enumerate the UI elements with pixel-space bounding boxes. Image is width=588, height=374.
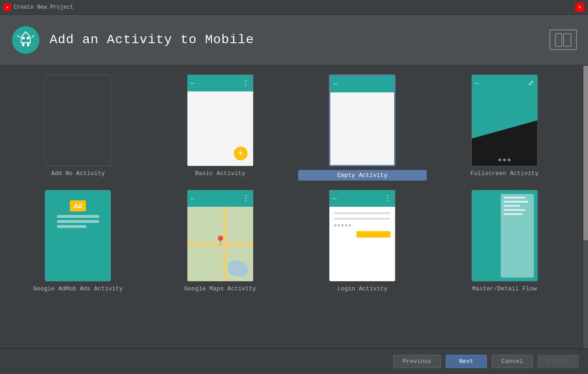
finish-button: Finish <box>537 355 579 368</box>
basic-activity-thumbnail: ← ⋮ + <box>187 74 254 166</box>
maps-body: 📍 <box>187 207 253 281</box>
maps-toolbar: ← ⋮ <box>187 190 253 207</box>
page-title: Add an Activity to Mobile <box>50 33 254 47</box>
master-right-panel <box>501 194 533 278</box>
login-body <box>329 207 395 243</box>
pwd-dot-1 <box>334 224 336 227</box>
admob-inner: Ad <box>48 193 108 278</box>
android-logo <box>11 25 40 55</box>
activity-grid: Add No Activity ← ⋮ + <box>14 74 569 292</box>
maps-label: Google Maps Activity <box>184 285 256 292</box>
title-bar: ✦ Create New Project ✕ <box>0 0 588 15</box>
pwd-dot-4 <box>345 224 347 227</box>
back-icon-empty: ← <box>334 80 338 88</box>
expand-icon: ⤢ <box>528 79 534 88</box>
maps-mockup: ← ⋮ 📍 <box>187 190 253 281</box>
previous-button[interactable]: Previous <box>393 355 441 368</box>
footer: Previous Next Cancel Finish <box>0 348 588 374</box>
empty-toolbar: ← <box>330 76 394 92</box>
admob-label: Google AdMob Ads Activity <box>33 285 123 292</box>
master-mockup <box>472 190 537 281</box>
cancel-button[interactable]: Cancel <box>492 355 533 368</box>
basic-activity-label: Basic Activity <box>195 170 245 177</box>
pwd-dot-5 <box>349 224 351 227</box>
master-left-panel <box>475 194 498 278</box>
master-detail-thumbnail <box>471 190 538 282</box>
admob-lines <box>57 215 99 228</box>
menu-icon: ⋮ <box>242 79 249 88</box>
fab-icon: + <box>234 147 248 160</box>
detail-line-1 <box>503 197 526 198</box>
main-window: Add an Activity to Mobile Add No Activit… <box>0 15 588 374</box>
svg-rect-8 <box>564 34 571 46</box>
svg-rect-3 <box>22 43 24 46</box>
back-icon-login: ← <box>333 195 337 202</box>
detail-line-5 <box>503 213 523 215</box>
detail-line-3 <box>503 205 520 207</box>
title-bar-text: Create New Project <box>14 4 74 11</box>
activity-item-login[interactable]: ← ⋮ <box>298 190 427 292</box>
svg-rect-7 <box>555 34 562 46</box>
next-button[interactable]: Next <box>446 355 487 368</box>
scrollbar[interactable] <box>582 65 588 348</box>
activity-item-admob[interactable]: Ad Google AdMob Ads Activity <box>14 190 142 292</box>
admob-line-2 <box>57 220 99 223</box>
svg-point-2 <box>27 37 29 40</box>
dot-1 <box>498 159 501 161</box>
fullscreen-activity-label: Fullscreen Activity <box>470 170 538 177</box>
close-button[interactable]: ✕ <box>575 3 584 12</box>
back-icon: ← <box>191 79 195 87</box>
login-thumbnail: ← ⋮ <box>329 190 396 282</box>
detail-line-2 <box>503 201 528 203</box>
svg-point-0 <box>12 26 40 54</box>
layout-panel-icon <box>549 29 577 50</box>
empty-phone-mockup: ← <box>330 76 394 165</box>
master-detail-lines <box>503 197 531 215</box>
login-field-1 <box>334 212 390 214</box>
menu-icon-login: ⋮ <box>384 194 391 203</box>
basic-body: + <box>187 91 253 166</box>
scrollbar-thumb[interactable] <box>583 66 588 240</box>
back-icon-fullscreen: ← <box>475 79 479 87</box>
login-password-dots <box>334 224 390 227</box>
login-label: Login Activity <box>337 285 387 292</box>
admob-line-3 <box>57 225 86 228</box>
fullscreen-toolbar: ← ⤢ <box>472 75 537 91</box>
login-button-mock <box>356 231 390 238</box>
master-detail-label: Master/Detail Flow <box>472 285 537 292</box>
basic-phone-mockup: ← ⋮ + <box>187 75 253 166</box>
dot-2 <box>503 159 506 161</box>
login-toolbar: ← ⋮ <box>329 190 395 207</box>
back-icon-maps: ← <box>191 195 195 202</box>
maps-pin-icon: 📍 <box>214 235 226 248</box>
no-activity-thumbnail <box>45 74 111 166</box>
app-icon: ✦ <box>4 4 11 11</box>
maps-water <box>228 261 249 277</box>
empty-body <box>330 92 394 165</box>
detail-line-4 <box>503 209 526 211</box>
fullscreen-thumbnail: ← ⤢ <box>471 74 538 166</box>
fullscreen-mockup: ← ⤢ <box>472 75 537 166</box>
activity-item-master-detail[interactable]: Master/Detail Flow <box>441 190 569 292</box>
svg-point-1 <box>22 37 25 40</box>
basic-toolbar: ← ⋮ <box>187 75 253 91</box>
fullscreen-dots <box>498 159 510 161</box>
activity-item-fullscreen[interactable]: ← ⤢ Fullscreen Activity <box>441 74 569 177</box>
menu-icon-maps: ⋮ <box>242 194 249 203</box>
content-area: Add No Activity ← ⋮ + <box>0 65 588 348</box>
activity-item-no-activity[interactable]: Add No Activity <box>14 74 142 177</box>
no-activity-label: Add No Activity <box>51 170 105 177</box>
admob-line-1 <box>57 215 99 218</box>
activity-item-maps[interactable]: ← ⋮ 📍 Google Maps Activity <box>156 190 285 292</box>
admob-badge: Ad <box>70 200 86 211</box>
empty-activity-label: Empty Activity <box>298 170 427 181</box>
activity-grid-area: Add No Activity ← ⋮ + <box>0 65 582 348</box>
login-mockup: ← ⋮ <box>329 190 395 281</box>
maps-thumbnail: ← ⋮ 📍 <box>187 190 254 282</box>
pwd-dot-2 <box>338 224 340 227</box>
master-inner <box>475 194 534 278</box>
pwd-dot-3 <box>341 224 344 227</box>
activity-item-empty[interactable]: ← Empty Activity <box>298 74 427 181</box>
activity-item-basic[interactable]: ← ⋮ + Basic Activity <box>156 74 285 177</box>
login-field-2 <box>334 218 390 220</box>
